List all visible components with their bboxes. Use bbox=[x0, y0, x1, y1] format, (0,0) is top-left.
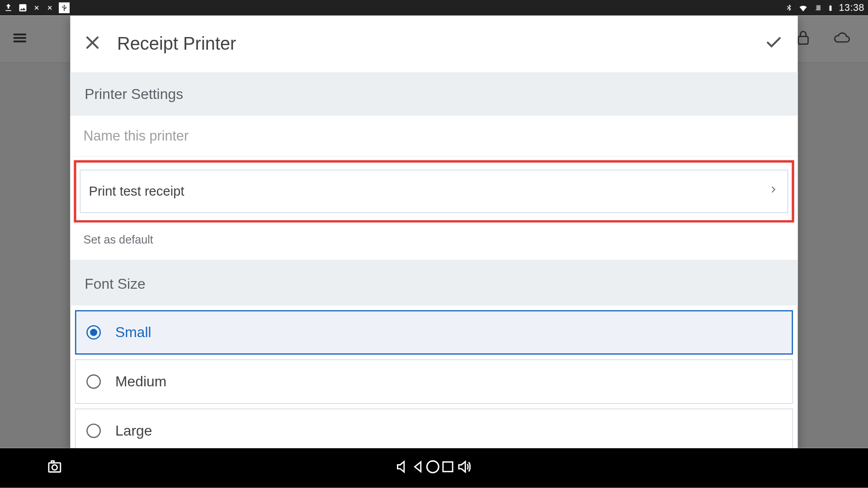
wifi-icon bbox=[798, 3, 809, 13]
bluetooth-icon bbox=[785, 3, 793, 13]
camera-icon[interactable] bbox=[46, 459, 64, 477]
print-test-receipt-row[interactable]: Print test receipt bbox=[80, 170, 788, 213]
bluetooth-connected-icon-1 bbox=[33, 4, 41, 12]
recent-apps-icon[interactable] bbox=[441, 460, 455, 476]
radio-checked-icon bbox=[86, 325, 101, 340]
svg-rect-5 bbox=[443, 462, 453, 471]
font-large-label: Large bbox=[115, 422, 152, 439]
back-icon[interactable] bbox=[410, 459, 425, 477]
android-status-bar: 13:38 bbox=[0, 0, 868, 16]
chevron-right-icon bbox=[769, 183, 778, 199]
dialog-title: Receipt Printer bbox=[117, 33, 236, 54]
bluetooth-connected-icon-2 bbox=[46, 4, 54, 12]
radio-unchecked-icon bbox=[86, 423, 101, 438]
printer-name-placeholder: Name this printer bbox=[84, 128, 189, 144]
svg-point-2 bbox=[52, 465, 57, 470]
close-icon[interactable] bbox=[84, 33, 102, 54]
set-as-default-label: Set as default bbox=[84, 234, 153, 247]
font-option-large[interactable]: Large bbox=[75, 408, 793, 448]
status-clock: 13:38 bbox=[839, 2, 864, 13]
receipt-printer-dialog: Receipt Printer Printer Settings Name th… bbox=[70, 16, 797, 448]
section-header-printer-settings: Printer Settings bbox=[70, 73, 797, 116]
battery-icon bbox=[827, 3, 834, 13]
volume-down-icon[interactable] bbox=[395, 459, 411, 477]
confirm-checkmark-icon[interactable] bbox=[763, 33, 785, 54]
printer-name-input[interactable]: Name this printer bbox=[70, 116, 797, 156]
print-test-highlight: Print test receipt bbox=[74, 160, 794, 223]
svg-rect-3 bbox=[52, 461, 54, 463]
set-as-default-row[interactable]: Set as default bbox=[70, 223, 797, 260]
home-icon[interactable] bbox=[425, 459, 441, 477]
section-header-font-size: Font Size bbox=[70, 260, 797, 305]
android-nav-bar bbox=[0, 448, 868, 488]
volume-up-icon[interactable] bbox=[455, 459, 473, 477]
font-option-small[interactable]: Small bbox=[75, 310, 793, 354]
print-test-label: Print test receipt bbox=[89, 183, 184, 199]
font-small-label: Small bbox=[115, 324, 151, 341]
radio-unchecked-icon bbox=[86, 375, 101, 389]
font-option-medium[interactable]: Medium bbox=[75, 359, 793, 404]
no-sim-icon bbox=[814, 3, 823, 13]
usb-icon bbox=[59, 2, 70, 13]
image-icon bbox=[18, 3, 28, 13]
font-medium-label: Medium bbox=[115, 373, 166, 390]
svg-point-4 bbox=[427, 461, 439, 473]
upload-icon bbox=[4, 3, 13, 13]
